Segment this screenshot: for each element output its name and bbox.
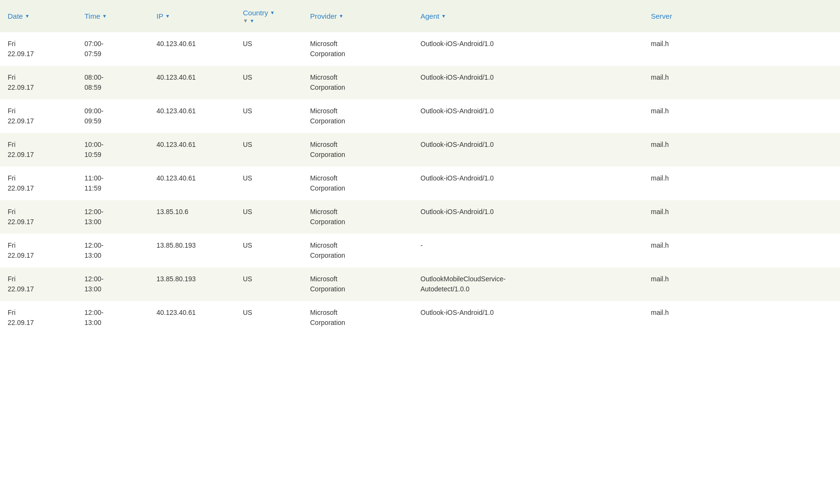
table-row: Fri22.09.1709:00-09:5940.123.40.61USMicr…	[0, 99, 840, 133]
cell-country: US	[235, 167, 302, 200]
cell-date: Fri22.09.17	[0, 133, 77, 167]
cell-country: US	[235, 66, 302, 99]
server-label: Server	[651, 12, 672, 20]
cell-time: 12:00-13:00	[77, 234, 149, 267]
provider-sort-icon[interactable]: ▼	[339, 13, 344, 19]
col-header-server[interactable]: Server	[643, 0, 840, 32]
cell-agent: Outlook-iOS-Android/1.0	[413, 301, 643, 335]
cell-country: US	[235, 200, 302, 234]
cell-date: Fri22.09.17	[0, 234, 77, 267]
country-filter-icon[interactable]: ▼	[243, 18, 248, 24]
col-header-ip[interactable]: IP ▼	[149, 0, 235, 32]
cell-provider: MicrosoftCorporation	[302, 167, 413, 200]
agent-sort-icon[interactable]: ▼	[441, 13, 446, 19]
col-header-agent[interactable]: Agent ▼	[413, 0, 643, 32]
col-header-date[interactable]: Date ▼	[0, 0, 77, 32]
time-label: Time	[84, 12, 100, 20]
col-header-provider[interactable]: Provider ▼	[302, 0, 413, 32]
cell-server: mail.h	[643, 267, 840, 301]
cell-ip: 13.85.80.193	[149, 234, 235, 267]
cell-country: US	[235, 267, 302, 301]
cell-agent: -	[413, 234, 643, 267]
cell-provider: MicrosoftCorporation	[302, 267, 413, 301]
col-header-time[interactable]: Time ▼	[77, 0, 149, 32]
cell-server: mail.h	[643, 66, 840, 99]
table-row: Fri22.09.1707:00-07:5940.123.40.61USMicr…	[0, 32, 840, 66]
cell-time: 08:00-08:59	[77, 66, 149, 99]
table-row: Fri22.09.1712:00-13:0013.85.80.193USMicr…	[0, 267, 840, 301]
cell-time: 10:00-10:59	[77, 133, 149, 167]
cell-server: mail.h	[643, 32, 840, 66]
cell-ip: 40.123.40.61	[149, 66, 235, 99]
cell-provider: MicrosoftCorporation	[302, 234, 413, 267]
cell-provider: MicrosoftCorporation	[302, 32, 413, 66]
cell-server: mail.h	[643, 301, 840, 335]
cell-provider: MicrosoftCorporation	[302, 200, 413, 234]
cell-agent: Outlook-iOS-Android/1.0	[413, 32, 643, 66]
time-sort-icon[interactable]: ▼	[102, 13, 107, 19]
cell-time: 12:00-13:00	[77, 301, 149, 335]
cell-server: mail.h	[643, 99, 840, 133]
cell-country: US	[235, 234, 302, 267]
agent-label: Agent	[420, 12, 439, 20]
cell-country: US	[235, 99, 302, 133]
cell-country: US	[235, 32, 302, 66]
table-row: Fri22.09.1708:00-08:5940.123.40.61USMicr…	[0, 66, 840, 99]
cell-provider: MicrosoftCorporation	[302, 66, 413, 99]
country-sort-icon-2[interactable]: ▼	[250, 18, 254, 24]
cell-time: 09:00-09:59	[77, 99, 149, 133]
log-table-container: Date ▼ Time ▼ IP ▼	[0, 0, 840, 335]
cell-agent: Outlook-iOS-Android/1.0	[413, 99, 643, 133]
ip-label: IP	[156, 12, 163, 20]
col-header-country[interactable]: Country ▼ ▼ ▼	[235, 0, 302, 32]
table-header-row: Date ▼ Time ▼ IP ▼	[0, 0, 840, 32]
cell-time: 12:00-13:00	[77, 200, 149, 234]
cell-date: Fri22.09.17	[0, 167, 77, 200]
cell-date: Fri22.09.17	[0, 32, 77, 66]
cell-agent: OutlookMobileCloudService-Autodetect/1.0…	[413, 267, 643, 301]
country-label: Country	[243, 9, 268, 17]
cell-date: Fri22.09.17	[0, 99, 77, 133]
date-label: Date	[8, 12, 23, 20]
cell-agent: Outlook-iOS-Android/1.0	[413, 200, 643, 234]
cell-date: Fri22.09.17	[0, 301, 77, 335]
cell-date: Fri22.09.17	[0, 66, 77, 99]
table-row: Fri22.09.1710:00-10:5940.123.40.61USMicr…	[0, 133, 840, 167]
cell-server: mail.h	[643, 234, 840, 267]
cell-ip: 13.85.80.193	[149, 267, 235, 301]
cell-date: Fri22.09.17	[0, 267, 77, 301]
cell-ip: 40.123.40.61	[149, 167, 235, 200]
cell-server: mail.h	[643, 167, 840, 200]
cell-ip: 40.123.40.61	[149, 301, 235, 335]
table-row: Fri22.09.1711:00-11:5940.123.40.61USMicr…	[0, 167, 840, 200]
log-table: Date ▼ Time ▼ IP ▼	[0, 0, 840, 335]
cell-time: 07:00-07:59	[77, 32, 149, 66]
cell-agent: Outlook-iOS-Android/1.0	[413, 133, 643, 167]
cell-ip: 40.123.40.61	[149, 99, 235, 133]
cell-ip: 40.123.40.61	[149, 133, 235, 167]
cell-date: Fri22.09.17	[0, 200, 77, 234]
cell-server: mail.h	[643, 200, 840, 234]
cell-time: 12:00-13:00	[77, 267, 149, 301]
cell-time: 11:00-11:59	[77, 167, 149, 200]
cell-agent: Outlook-iOS-Android/1.0	[413, 66, 643, 99]
cell-country: US	[235, 301, 302, 335]
cell-country: US	[235, 133, 302, 167]
cell-provider: MicrosoftCorporation	[302, 133, 413, 167]
table-row: Fri22.09.1712:00-13:0013.85.10.6USMicros…	[0, 200, 840, 234]
provider-label: Provider	[310, 12, 337, 20]
table-row: Fri22.09.1712:00-13:0013.85.80.193USMicr…	[0, 234, 840, 267]
table-row: Fri22.09.1712:00-13:0040.123.40.61USMicr…	[0, 301, 840, 335]
cell-agent: Outlook-iOS-Android/1.0	[413, 167, 643, 200]
ip-sort-icon[interactable]: ▼	[165, 13, 170, 19]
cell-provider: MicrosoftCorporation	[302, 301, 413, 335]
cell-ip: 13.85.10.6	[149, 200, 235, 234]
cell-provider: MicrosoftCorporation	[302, 99, 413, 133]
date-sort-icon[interactable]: ▼	[25, 13, 30, 19]
country-sort-icon[interactable]: ▼	[270, 10, 275, 15]
cell-server: mail.h	[643, 133, 840, 167]
cell-ip: 40.123.40.61	[149, 32, 235, 66]
